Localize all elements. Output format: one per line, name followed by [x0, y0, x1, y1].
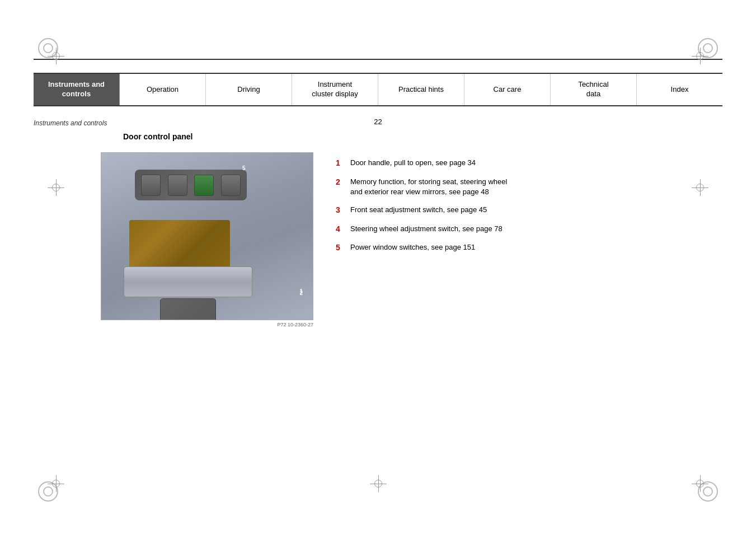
list-item-2: 2 Memory function, for storing seat, ste…: [336, 177, 722, 197]
switch-btn-3: [194, 175, 214, 196]
crosshair-tl: [48, 48, 64, 64]
item-number-4: 4: [336, 224, 345, 235]
switch-btn-4: [221, 175, 241, 196]
item-number-2: 2: [336, 177, 345, 197]
list-item-4: 4 Steering wheel adjustment switch, see …: [336, 224, 722, 235]
nav-item-car-care[interactable]: Car care: [464, 74, 551, 105]
item-text-5: Power window switches, see page 151: [350, 242, 475, 254]
seat-adjustment-controls: [160, 298, 216, 320]
nav-bar: Instruments and controls Operation Drivi…: [34, 73, 722, 106]
crosshair-circle: [52, 52, 60, 60]
description-column: 1 Door handle, pull to open, see page 34…: [336, 152, 722, 327]
item-text-1: Door handle, pull to open, see page 34: [350, 158, 476, 169]
item-number-5: 5: [336, 242, 345, 254]
item-number-3: 3: [336, 205, 345, 216]
window-switches-cluster: [135, 170, 247, 200]
nav-item-driving[interactable]: Driving: [206, 74, 292, 105]
page-content: Instruments and controls 22 Door control…: [34, 118, 722, 512]
breadcrumb: Instruments and controls: [34, 119, 107, 127]
list-item-5: 5 Power window switches, see page 151: [336, 242, 722, 254]
nav-item-technical-data[interactable]: Technicaldata: [551, 74, 637, 105]
image-caption: P72 10-2360-27: [101, 322, 313, 327]
item-text-2: Memory function, for storing seat, steer…: [350, 177, 507, 197]
switch-btn-2: [168, 175, 187, 196]
feature-list: 1 Door handle, pull to open, see page 34…: [336, 158, 722, 254]
nav-item-practical-hints[interactable]: Practical hints: [378, 74, 464, 105]
switch-btn-1: [141, 175, 161, 196]
content-layout: 5 2 1 P72 10-2360-27 1 Door handle, pull…: [34, 152, 722, 327]
section-title: Door control panel: [123, 132, 722, 141]
item-number-1: 1: [336, 158, 345, 169]
top-rule: [34, 59, 722, 60]
crosshair-circle: [696, 52, 704, 60]
list-item-1: 1 Door handle, pull to open, see page 34: [336, 158, 722, 169]
nav-item-instruments[interactable]: Instruments and controls: [34, 74, 120, 105]
item-text-3: Front seat adjustment switch, see page 4…: [350, 205, 487, 216]
list-item-3: 3 Front seat adjustment switch, see page…: [336, 205, 722, 216]
nav-item-instrument-cluster[interactable]: Instrumentcluster display: [292, 74, 378, 105]
crosshair-tr: [692, 48, 708, 64]
nav-item-operation[interactable]: Operation: [120, 74, 206, 105]
image-marker-5: 5: [242, 165, 246, 171]
nav-item-index[interactable]: Index: [637, 74, 722, 105]
image-column: 5 2 1 P72 10-2360-27: [101, 152, 313, 327]
door-panel-image: 5 2 1: [101, 152, 313, 320]
page-number: 22: [374, 118, 382, 126]
image-marker-1: 1: [299, 288, 303, 294]
door-handle: [124, 266, 252, 297]
car-image-inner: 5 2 1: [101, 153, 313, 320]
item-text-4: Steering wheel adjustment switch, see pa…: [350, 224, 503, 235]
